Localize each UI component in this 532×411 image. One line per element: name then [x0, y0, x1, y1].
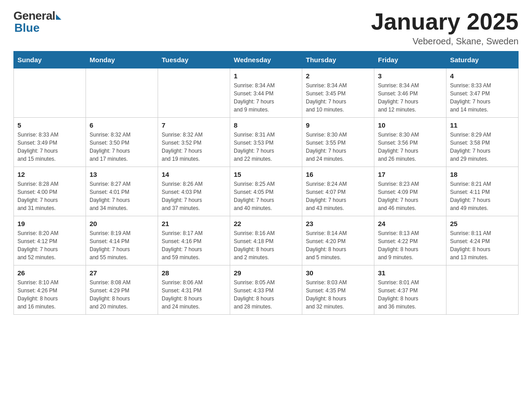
day-info-text: Sunrise: 8:30 AM Sunset: 3:55 PM Dayligh…: [306, 131, 370, 163]
day-number: 18: [450, 171, 515, 178]
calendar-day-10: 10Sunrise: 8:30 AM Sunset: 3:56 PM Dayli…: [374, 118, 446, 167]
calendar-day-14: 14Sunrise: 8:26 AM Sunset: 4:03 PM Dayli…: [158, 167, 230, 216]
calendar-empty-cell: [446, 265, 519, 315]
title-block: January 2025 Veberoed, Skane, Sweden: [371, 9, 519, 47]
calendar-day-18: 18Sunrise: 8:21 AM Sunset: 4:11 PM Dayli…: [446, 167, 519, 216]
calendar-day-9: 9Sunrise: 8:30 AM Sunset: 3:55 PM Daylig…: [302, 118, 374, 167]
calendar-header-row: SundayMondayTuesdayWednesdayThursdayFrid…: [14, 51, 519, 68]
calendar-day-21: 21Sunrise: 8:17 AM Sunset: 4:16 PM Dayli…: [158, 216, 230, 265]
calendar-day-12: 12Sunrise: 8:28 AM Sunset: 4:00 PM Dayli…: [14, 167, 86, 216]
day-info-text: Sunrise: 8:13 AM Sunset: 4:22 PM Dayligh…: [378, 229, 442, 261]
day-info-text: Sunrise: 8:16 AM Sunset: 4:18 PM Dayligh…: [234, 229, 298, 261]
day-number: 31: [378, 269, 442, 277]
day-info-text: Sunrise: 8:28 AM Sunset: 4:00 PM Dayligh…: [17, 180, 82, 212]
day-number: 15: [234, 171, 298, 178]
day-number: 7: [162, 121, 226, 129]
logo-blue-text: Blue: [14, 21, 39, 35]
calendar-table: SundayMondayTuesdayWednesdayThursdayFrid…: [13, 51, 519, 315]
day-info-text: Sunrise: 8:26 AM Sunset: 4:03 PM Dayligh…: [162, 180, 226, 212]
day-number: 25: [450, 220, 515, 227]
calendar-week-row-5: 26Sunrise: 8:10 AM Sunset: 4:26 PM Dayli…: [14, 265, 519, 315]
day-info-text: Sunrise: 8:06 AM Sunset: 4:31 PM Dayligh…: [162, 278, 226, 311]
calendar-day-8: 8Sunrise: 8:31 AM Sunset: 3:53 PM Daylig…: [230, 118, 302, 167]
day-info-text: Sunrise: 8:01 AM Sunset: 4:37 PM Dayligh…: [378, 278, 442, 311]
day-number: 20: [90, 220, 154, 227]
weekday-header-wednesday: Wednesday: [230, 51, 302, 68]
month-title: January 2025: [371, 9, 519, 34]
calendar-day-13: 13Sunrise: 8:27 AM Sunset: 4:01 PM Dayli…: [86, 167, 158, 216]
day-info-text: Sunrise: 8:27 AM Sunset: 4:01 PM Dayligh…: [90, 180, 154, 212]
calendar-day-26: 26Sunrise: 8:10 AM Sunset: 4:26 PM Dayli…: [14, 265, 86, 315]
calendar-day-27: 27Sunrise: 8:08 AM Sunset: 4:29 PM Dayli…: [86, 265, 158, 315]
day-info-text: Sunrise: 8:34 AM Sunset: 3:44 PM Dayligh…: [234, 81, 298, 114]
calendar-day-19: 19Sunrise: 8:20 AM Sunset: 4:12 PM Dayli…: [14, 216, 86, 265]
day-info-text: Sunrise: 8:08 AM Sunset: 4:29 PM Dayligh…: [90, 278, 154, 311]
calendar-day-16: 16Sunrise: 8:24 AM Sunset: 4:07 PM Dayli…: [302, 167, 374, 216]
calendar-day-3: 3Sunrise: 8:34 AM Sunset: 3:46 PM Daylig…: [374, 68, 446, 118]
day-number: 23: [306, 220, 370, 227]
calendar-day-6: 6Sunrise: 8:32 AM Sunset: 3:50 PM Daylig…: [86, 118, 158, 167]
calendar-week-row-1: 1Sunrise: 8:34 AM Sunset: 3:44 PM Daylig…: [14, 68, 519, 118]
weekday-header-thursday: Thursday: [302, 51, 374, 68]
day-number: 6: [90, 121, 154, 129]
day-number: 3: [378, 72, 442, 80]
page-header: General Blue January 2025 Veberoed, Skan…: [13, 9, 519, 47]
day-info-text: Sunrise: 8:14 AM Sunset: 4:20 PM Dayligh…: [306, 229, 370, 261]
day-info-text: Sunrise: 8:31 AM Sunset: 3:53 PM Dayligh…: [234, 131, 298, 163]
calendar-day-4: 4Sunrise: 8:33 AM Sunset: 3:47 PM Daylig…: [446, 68, 519, 118]
calendar-day-2: 2Sunrise: 8:34 AM Sunset: 3:45 PM Daylig…: [302, 68, 374, 118]
calendar-day-20: 20Sunrise: 8:19 AM Sunset: 4:14 PM Dayli…: [86, 216, 158, 265]
calendar-day-30: 30Sunrise: 8:03 AM Sunset: 4:35 PM Dayli…: [302, 265, 374, 315]
day-number: 1: [234, 72, 298, 80]
day-info-text: Sunrise: 8:24 AM Sunset: 4:07 PM Dayligh…: [306, 180, 370, 212]
calendar-day-28: 28Sunrise: 8:06 AM Sunset: 4:31 PM Dayli…: [158, 265, 230, 315]
calendar-day-1: 1Sunrise: 8:34 AM Sunset: 3:44 PM Daylig…: [230, 68, 302, 118]
day-info-text: Sunrise: 8:33 AM Sunset: 3:47 PM Dayligh…: [450, 81, 515, 114]
day-number: 22: [234, 220, 298, 227]
day-number: 16: [306, 171, 370, 178]
day-number: 28: [162, 269, 226, 277]
day-number: 30: [306, 269, 370, 277]
calendar-empty-cell: [86, 68, 158, 118]
weekday-header-friday: Friday: [374, 51, 446, 68]
day-info-text: Sunrise: 8:23 AM Sunset: 4:09 PM Dayligh…: [378, 180, 442, 212]
day-info-text: Sunrise: 8:21 AM Sunset: 4:11 PM Dayligh…: [450, 180, 515, 212]
day-number: 5: [17, 121, 82, 129]
day-number: 29: [234, 269, 298, 277]
day-number: 10: [378, 121, 442, 129]
calendar-empty-cell: [158, 68, 230, 118]
day-number: 11: [450, 121, 515, 129]
day-number: 12: [17, 171, 82, 178]
day-number: 24: [378, 220, 442, 227]
day-info-text: Sunrise: 8:10 AM Sunset: 4:26 PM Dayligh…: [17, 278, 82, 311]
calendar-empty-cell: [14, 68, 86, 118]
day-number: 21: [162, 220, 226, 227]
day-info-text: Sunrise: 8:17 AM Sunset: 4:16 PM Dayligh…: [162, 229, 226, 261]
day-number: 2: [306, 72, 370, 80]
day-info-text: Sunrise: 8:20 AM Sunset: 4:12 PM Dayligh…: [17, 229, 82, 261]
day-info-text: Sunrise: 8:05 AM Sunset: 4:33 PM Dayligh…: [234, 278, 298, 311]
day-info-text: Sunrise: 8:25 AM Sunset: 4:05 PM Dayligh…: [234, 180, 298, 212]
calendar-day-31: 31Sunrise: 8:01 AM Sunset: 4:37 PM Dayli…: [374, 265, 446, 315]
calendar-day-25: 25Sunrise: 8:11 AM Sunset: 4:24 PM Dayli…: [446, 216, 519, 265]
day-number: 19: [17, 220, 82, 227]
calendar-day-11: 11Sunrise: 8:29 AM Sunset: 3:58 PM Dayli…: [446, 118, 519, 167]
day-number: 17: [378, 171, 442, 178]
calendar-day-23: 23Sunrise: 8:14 AM Sunset: 4:20 PM Dayli…: [302, 216, 374, 265]
day-info-text: Sunrise: 8:03 AM Sunset: 4:35 PM Dayligh…: [306, 278, 370, 311]
day-info-text: Sunrise: 8:11 AM Sunset: 4:24 PM Dayligh…: [450, 229, 515, 261]
logo-arrow-icon: [56, 14, 61, 20]
calendar-day-24: 24Sunrise: 8:13 AM Sunset: 4:22 PM Dayli…: [374, 216, 446, 265]
calendar-week-row-2: 5Sunrise: 8:33 AM Sunset: 3:49 PM Daylig…: [14, 118, 519, 167]
day-info-text: Sunrise: 8:32 AM Sunset: 3:50 PM Dayligh…: [90, 131, 154, 163]
day-info-text: Sunrise: 8:34 AM Sunset: 3:45 PM Dayligh…: [306, 81, 370, 114]
day-info-text: Sunrise: 8:19 AM Sunset: 4:14 PM Dayligh…: [90, 229, 154, 261]
calendar-week-row-4: 19Sunrise: 8:20 AM Sunset: 4:12 PM Dayli…: [14, 216, 519, 265]
weekday-header-tuesday: Tuesday: [158, 51, 230, 68]
calendar-day-17: 17Sunrise: 8:23 AM Sunset: 4:09 PM Dayli…: [374, 167, 446, 216]
day-number: 27: [90, 269, 154, 277]
day-number: 14: [162, 171, 226, 178]
calendar-day-5: 5Sunrise: 8:33 AM Sunset: 3:49 PM Daylig…: [14, 118, 86, 167]
day-info-text: Sunrise: 8:32 AM Sunset: 3:52 PM Dayligh…: [162, 131, 226, 163]
calendar-day-7: 7Sunrise: 8:32 AM Sunset: 3:52 PM Daylig…: [158, 118, 230, 167]
